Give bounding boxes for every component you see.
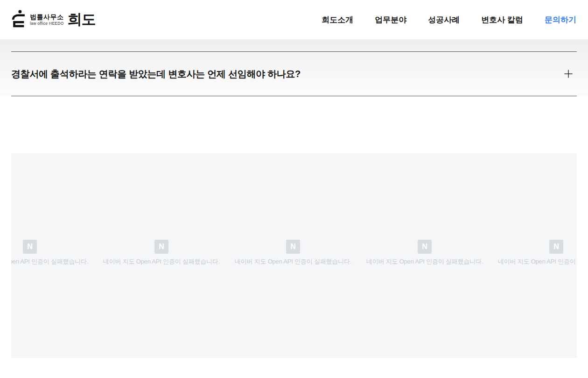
logo-office-type: 법률사무소 (30, 14, 64, 21)
logo-mark-icon (10, 10, 26, 29)
map-error-text: 네이버 지도 Open API 인증이 실패했습니다. (11, 257, 88, 266)
map-error-tile: N 네이버 지도 Open API 인증이 실패했습니다. (359, 240, 490, 266)
main-nav: 희도소개 업무분야 성공사례 변호사 칼럼 문의하기 (322, 14, 576, 25)
logo-office-type-en: law office HEEDO (30, 21, 64, 26)
logo[interactable]: 법률사무소 law office HEEDO 희도 (10, 10, 96, 29)
map-error-tile: N 네이버 지도 Open API 인증이 실패했습니다. (96, 240, 227, 266)
nav-item-about[interactable]: 희도소개 (322, 14, 353, 25)
logo-text-block: 법률사무소 law office HEEDO (30, 14, 64, 26)
map-error-tile: N 네이버 지도 Open API 인증이 실패했습니다. (227, 240, 359, 266)
naver-logo-icon: N (286, 240, 300, 254)
naver-map-embed[interactable]: N 네이버 지도 Open API 인증이 실패했습니다. N 네이버 지도 O… (11, 153, 577, 358)
plus-expand-icon[interactable] (564, 69, 573, 78)
logo-brand-name: 희도 (68, 10, 96, 29)
faq-question-text: 경찰서에 출석하라는 연락을 받았는데 변호사는 언제 선임해야 하나요? (11, 68, 301, 80)
faq-section: 경찰서에 출석하라는 연락을 받았는데 변호사는 언제 선임해야 하나요? (0, 39, 588, 96)
map-error-tile: N 네이버 지도 Open API 인증이 실패했습니다. (490, 240, 577, 266)
faq-accordion-item[interactable]: 경찰서에 출석하라는 연락을 받았는데 변호사는 언제 선임해야 하나요? (11, 52, 577, 96)
naver-logo-icon: N (154, 240, 168, 254)
naver-logo-icon: N (418, 240, 432, 254)
map-error-text: 네이버 지도 Open API 인증이 실패했습니다. (235, 257, 351, 266)
nav-item-success-cases[interactable]: 성공사례 (428, 14, 460, 25)
map-error-text: 네이버 지도 Open API 인증이 실패했습니다. (498, 257, 577, 266)
page: 법률사무소 law office HEEDO 희도 희도소개 업무분야 성공사례… (0, 0, 588, 378)
naver-logo-icon: N (549, 240, 563, 254)
faq-divider-bottom (11, 96, 577, 96)
naver-logo-icon: N (23, 240, 37, 254)
map-error-text: 네이버 지도 Open API 인증이 실패했습니다. (366, 257, 483, 266)
map-error-tile: N 네이버 지도 Open API 인증이 실패했습니다. (11, 240, 96, 266)
nav-item-lawyer-column[interactable]: 변호사 칼럼 (481, 14, 523, 25)
map-error-text: 네이버 지도 Open API 인증이 실패했습니다. (103, 257, 220, 266)
nav-item-practice-areas[interactable]: 업무분야 (375, 14, 406, 25)
site-header: 법률사무소 law office HEEDO 희도 희도소개 업무분야 성공사례… (0, 0, 588, 39)
nav-item-contact[interactable]: 문의하기 (545, 14, 576, 25)
